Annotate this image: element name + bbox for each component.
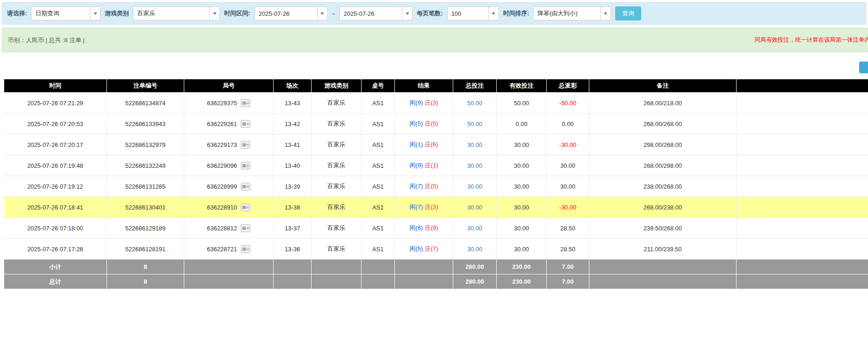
query-type-select[interactable]: 日期查询	[31, 6, 100, 20]
column-header: 注单编号	[107, 79, 184, 93]
sort-select[interactable]: 降幂(由大到小)	[533, 6, 611, 20]
cell-total-bet[interactable]: 30.00	[453, 134, 497, 155]
column-header: 总派彩	[547, 79, 589, 93]
same-round-notice: 同局有效投注，统一计算在该局第一张注单内	[755, 36, 868, 44]
result-banker[interactable]: 庄(5)	[425, 183, 438, 190]
cell-game: 百家乐	[312, 176, 362, 197]
chevron-down-icon[interactable]	[90, 7, 100, 20]
table-row: 2025-07-26 07:18:00522686129189636228812…	[4, 218, 868, 239]
column-header: 桌号	[362, 79, 395, 93]
cell-game: 百家乐	[312, 114, 362, 134]
result-player[interactable]: 闲(7)	[410, 183, 423, 190]
cell-payout: 28.50	[547, 218, 589, 239]
cell-bet-no: 522686133943	[107, 114, 184, 134]
column-header-filler	[737, 79, 868, 93]
result-player[interactable]: 闲(9)	[410, 162, 423, 169]
replay-icon[interactable]	[241, 203, 250, 211]
cell-payout: -50.00	[547, 93, 589, 114]
cell-payout: 30.00	[547, 155, 589, 176]
cell-total-bet[interactable]: 50.00	[453, 114, 497, 134]
result-player[interactable]: 闲(1)	[410, 141, 423, 148]
cell-table: AS1	[362, 218, 395, 239]
cell-round-no: 636229096	[184, 155, 274, 176]
result-banker[interactable]: 庄(9)	[425, 224, 438, 231]
summary-empty	[737, 260, 868, 274]
partial-button-right[interactable]	[859, 62, 868, 73]
summary-valid-bet: 230.00	[497, 260, 547, 274]
cell-filler	[737, 114, 868, 134]
result-banker[interactable]: 庄(1)	[425, 162, 438, 169]
cell-total-bet[interactable]: 50.00	[453, 93, 497, 114]
summary-payout: 7.00	[547, 260, 589, 274]
cell-round-no: 636228910	[184, 197, 274, 218]
date-from-picker[interactable]	[255, 6, 328, 20]
round-number: 636228910	[207, 204, 237, 211]
cell-remark: 268.00/298.00	[589, 155, 737, 176]
result-player[interactable]: 闲(6)	[410, 224, 423, 231]
replay-icon[interactable]	[241, 183, 250, 191]
cell-valid-bet: 30.00	[497, 197, 547, 218]
cell-total-bet[interactable]: 30.00	[453, 239, 497, 260]
chevron-down-icon[interactable]	[317, 7, 327, 20]
date-to-picker[interactable]	[339, 6, 412, 20]
cell-time: 2025-07-26 07:19:48	[4, 155, 107, 176]
page-size-select[interactable]	[447, 6, 499, 20]
records-table: 时间注单编号局号场次游戏类别桌号结果总投注有效投注总派彩备注 2025-07-2…	[4, 79, 868, 289]
cell-payout: 30.00	[547, 176, 589, 197]
replay-icon[interactable]	[241, 162, 250, 170]
result-player[interactable]: 闲(5)	[410, 245, 423, 252]
column-header: 游戏类别	[312, 79, 362, 93]
result-player[interactable]: 闲(9)	[410, 99, 423, 106]
result-player[interactable]: 闲(5)	[410, 120, 423, 127]
replay-icon[interactable]	[241, 141, 250, 149]
table-row: 2025-07-26 07:19:48522686132249636229096…	[4, 155, 868, 176]
summary-total-bet: 280.00	[453, 260, 497, 274]
cell-payout: 28.50	[547, 239, 589, 260]
result-banker[interactable]: 庄(3)	[425, 203, 438, 210]
date-from-input[interactable]	[255, 7, 317, 20]
result-banker[interactable]: 庄(6)	[425, 141, 438, 148]
summary-empty	[312, 260, 362, 274]
replay-icon[interactable]	[241, 245, 250, 253]
cell-filler	[737, 93, 868, 114]
result-player[interactable]: 闲(7)	[410, 203, 423, 210]
date-to-input[interactable]	[340, 7, 402, 20]
search-button[interactable]: 查询	[615, 6, 641, 20]
cell-payout: -30.00	[547, 134, 589, 155]
replay-icon[interactable]	[241, 120, 250, 128]
chevron-down-icon[interactable]	[488, 7, 499, 20]
column-header: 总投注	[453, 79, 497, 93]
cell-time: 2025-07-26 07:18:00	[4, 218, 107, 239]
sort-label: 时间排序:	[503, 9, 529, 18]
cell-game: 百家乐	[312, 218, 362, 239]
cell-total-bet[interactable]: 30.00	[453, 155, 497, 176]
page-size-input[interactable]	[448, 7, 488, 20]
replay-icon[interactable]	[241, 99, 250, 107]
chevron-down-icon[interactable]	[600, 7, 611, 20]
cell-total-bet[interactable]: 30.00	[453, 176, 497, 197]
cell-session: 13-38	[274, 197, 312, 218]
game-category-value: 百家乐	[133, 7, 209, 20]
result-banker[interactable]: 庄(3)	[425, 99, 438, 106]
result-banker[interactable]: 庄(5)	[425, 120, 438, 127]
summary-total-bet: 280.00	[453, 274, 497, 289]
cell-valid-bet: 50.00	[497, 93, 547, 114]
cell-time: 2025-07-26 07:19:12	[4, 176, 107, 197]
cell-total-bet[interactable]: 30.00	[453, 218, 497, 239]
chevron-down-icon[interactable]	[402, 7, 412, 20]
summary-empty	[184, 274, 274, 289]
cell-filler	[737, 134, 868, 155]
summary-row: 总计8280.00230.007.00	[4, 274, 868, 289]
result-banker[interactable]: 庄(7)	[425, 245, 438, 252]
chevron-down-icon[interactable]	[209, 7, 219, 20]
cell-total-bet[interactable]: 30.00	[453, 197, 497, 218]
game-category-select[interactable]: 百家乐	[133, 6, 220, 20]
column-header: 局号	[184, 79, 274, 93]
select-label: 请选择:	[7, 9, 27, 18]
round-cell: 636229173	[207, 141, 250, 149]
cell-session: 13-39	[274, 176, 312, 197]
cell-bet-no: 522686134874	[107, 93, 184, 114]
cell-table: AS1	[362, 93, 395, 114]
replay-icon[interactable]	[241, 224, 250, 232]
cell-valid-bet: 30.00	[497, 155, 547, 176]
